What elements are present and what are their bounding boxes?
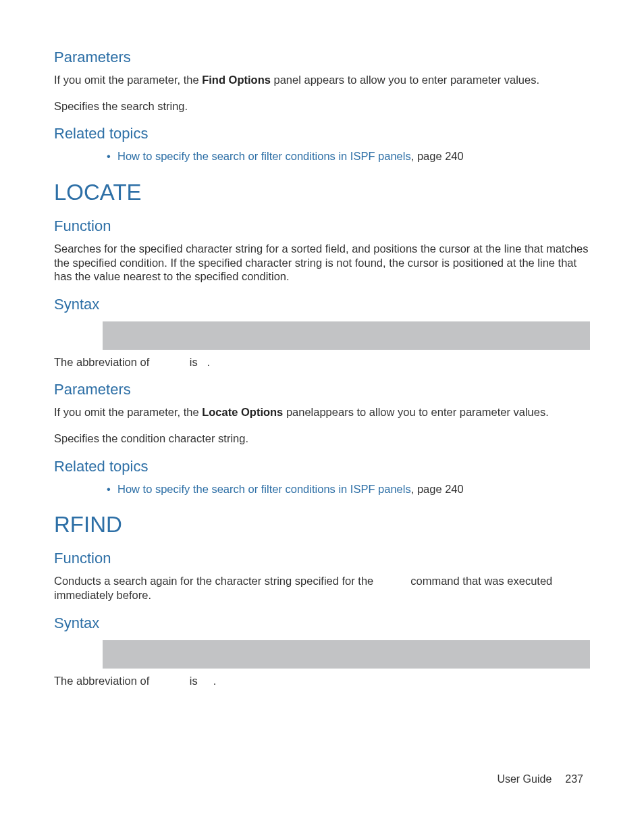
text: The abbreviation of [54,675,153,687]
text: If you omit the parameter, the [54,406,202,418]
locate-options-bold: Locate Options [202,406,283,418]
heading-syntax-locate: Syntax [54,296,590,313]
locate-parameters-desc: Specifies the condition character string… [54,432,590,446]
related-item-locate: How to specify the search or filter cond… [103,482,590,496]
rfind-abbrev: The abbreviation of is . [54,674,590,688]
related-link-suffix-locate: , page 240 [411,483,464,495]
text: The abbreviation of [54,356,153,368]
heading-rfind: RFIND [54,512,590,538]
text: . [213,675,217,687]
syntax-box-locate [103,321,590,350]
text: panelappears to allow you to enter param… [283,406,549,418]
related-link-suffix-1: , page 240 [411,150,464,162]
text: is [186,356,200,368]
heading-function-locate: Function [54,217,590,235]
heading-parameters-locate: Parameters [54,381,590,398]
heading-related-locate: Related topics [54,458,590,475]
footer-page-number: 237 [565,773,583,785]
text: panel appears to allow you to enter para… [271,74,539,86]
locate-parameters-intro: If you omit the parameter, the Locate Op… [54,405,590,419]
text: Conducts a search again for the characte… [54,575,377,587]
heading-syntax-rfind: Syntax [54,615,590,632]
rfind-function-text: Conducts a search again for the characte… [54,574,590,602]
syntax-box-rfind [103,640,590,669]
footer-label: User Guide [497,773,552,785]
parameters-intro-1: If you omit the parameter, the Find Opti… [54,73,590,87]
text: is [186,675,200,687]
locate-function-text: Searches for the specified character str… [54,242,590,284]
related-item-1: How to specify the search or filter cond… [103,149,590,163]
related-link-1[interactable]: How to specify the search or filter cond… [117,150,411,162]
page-footer: User Guide237 [497,773,583,785]
heading-parameters-1: Parameters [54,49,590,66]
text: If you omit the parameter, the [54,74,202,86]
parameters-desc-1: Specifies the search string. [54,99,590,113]
related-link-locate[interactable]: How to specify the search or filter cond… [117,483,411,495]
heading-locate: LOCATE [54,180,590,205]
find-options-bold: Find Options [202,74,271,86]
gap [377,575,408,587]
heading-related-1: Related topics [54,125,590,142]
heading-function-rfind: Function [54,550,590,567]
text: . [207,356,211,368]
locate-abbrev: The abbreviation of is . [54,355,590,369]
